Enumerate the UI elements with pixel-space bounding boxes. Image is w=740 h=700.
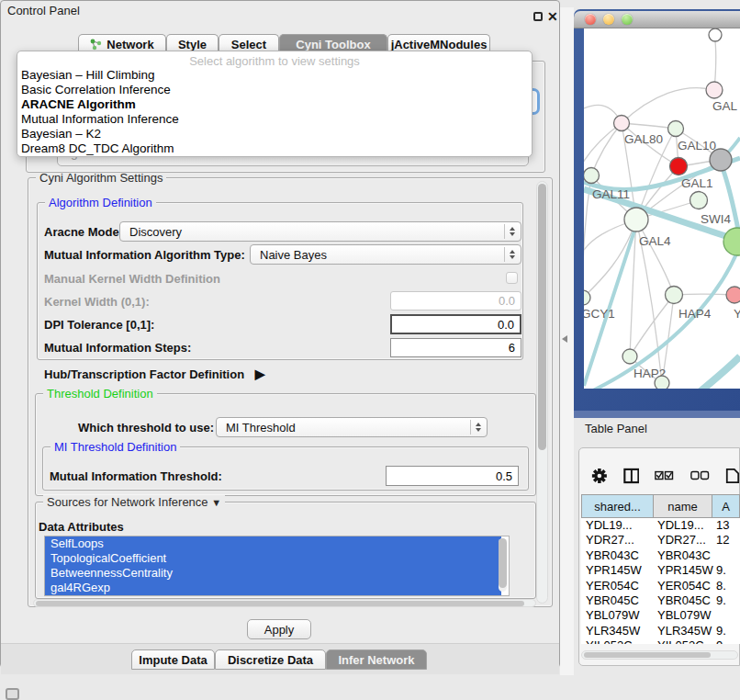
network-node[interactable] <box>584 290 590 305</box>
column-header-shared-name[interactable]: shared... <box>581 494 654 518</box>
gear-icon[interactable] <box>591 467 608 485</box>
table-cell[interactable]: YER054C <box>654 579 712 593</box>
dropdown-option-selected[interactable]: ARACNE Algorithm <box>17 97 532 112</box>
table-row[interactable]: YBL079WYBL079W <box>581 608 740 623</box>
table-cell[interactable]: 13 <box>712 518 740 533</box>
table-cell[interactable]: YLR345W <box>654 624 712 638</box>
network-edge[interactable] <box>694 356 740 389</box>
list-vertical-scrollbar[interactable] <box>499 538 507 592</box>
splitter-collapse-icon[interactable] <box>562 335 567 343</box>
table-cell[interactable]: 9. <box>712 563 740 578</box>
table-row[interactable]: YER054CYER054C8. <box>581 579 740 593</box>
table-cell[interactable] <box>712 548 740 563</box>
hub-definition-toggle[interactable]: Hub/Transcription Factor Definition ▶ <box>44 367 265 381</box>
table-cell[interactable]: YIL052C <box>654 638 712 644</box>
table-cell[interactable]: YPR145W <box>581 563 654 578</box>
checked-checkboxes-icon[interactable] <box>655 469 674 482</box>
table-cell[interactable]: YER054C <box>581 579 654 593</box>
table-row[interactable]: YPR145WYPR145W9. <box>581 563 740 578</box>
table-cell[interactable]: YDL19... <box>581 518 654 533</box>
tab-impute-data[interactable]: Impute Data <box>131 649 215 670</box>
dropdown-option[interactable]: Basic Correlation Inference <box>17 83 532 97</box>
table-row[interactable]: YDL19...YDL19...13 <box>581 518 740 533</box>
document-icon[interactable] <box>725 467 740 485</box>
network-edge[interactable] <box>636 220 674 295</box>
network-node[interactable] <box>622 349 637 364</box>
table-cell[interactable]: YBL079W <box>654 608 712 623</box>
table-cell[interactable]: YDR27... <box>581 533 654 548</box>
settings-vertical-scrollbar[interactable] <box>536 181 548 604</box>
table-cell[interactable]: YDR27... <box>654 533 712 548</box>
table-cell[interactable]: 9. <box>712 593 740 608</box>
table-cell[interactable]: YBR045C <box>654 593 712 608</box>
network-node[interactable] <box>710 149 732 171</box>
network-node[interactable] <box>690 192 708 209</box>
network-node[interactable] <box>670 158 688 175</box>
network-node[interactable] <box>723 228 740 255</box>
close-traffic-light-icon[interactable] <box>585 14 596 25</box>
table-row[interactable]: YBR045CYBR045C9. <box>581 593 740 608</box>
network-node[interactable] <box>624 208 648 231</box>
table-row[interactable]: YBR043CYBR043C <box>581 548 740 563</box>
close-icon[interactable]: ✕ <box>547 9 558 24</box>
dropdown-option[interactable]: Dream8 DC_TDC Algorithm <box>17 141 532 156</box>
list-item[interactable]: BetweennessCentrality <box>45 566 501 581</box>
minimize-traffic-light-icon[interactable] <box>603 14 614 25</box>
network-node[interactable] <box>614 116 630 131</box>
apply-button[interactable]: Apply <box>247 619 311 639</box>
network-edge[interactable] <box>622 88 714 123</box>
table-cell[interactable]: YDL19... <box>654 518 712 533</box>
table-cell[interactable]: YBR043C <box>654 548 712 563</box>
table-row[interactable]: YLR345WYLR345W9. <box>581 624 740 638</box>
network-edge[interactable] <box>584 123 622 298</box>
network-node[interactable] <box>668 121 684 137</box>
tab-infer-network[interactable]: Infer Network <box>326 649 427 670</box>
tab-discretize-data[interactable]: Discretize Data <box>215 649 326 670</box>
column-header-name[interactable]: name <box>654 494 712 518</box>
sources-group-title[interactable]: Sources for Network Inference ▼ <box>43 495 225 509</box>
network-node[interactable] <box>706 82 723 98</box>
settings-horizontal-scrollbar[interactable] <box>33 599 536 607</box>
manual-kernel-width-checkbox[interactable] <box>506 272 518 284</box>
column-header-clipped[interactable]: A <box>712 494 740 518</box>
table-cell[interactable]: 12 <box>712 533 740 548</box>
table-row[interactable]: YIL052CYIL052C9 <box>581 638 740 644</box>
table-cell[interactable]: YBR045C <box>581 593 654 608</box>
table-cell[interactable]: 9. <box>712 624 740 638</box>
dpi-tolerance-field[interactable]: 0.0 <box>390 314 521 334</box>
table-cell[interactable] <box>712 608 740 623</box>
dropdown-option[interactable]: Bayesian – K2 <box>17 127 532 141</box>
table-cell[interactable]: 9 <box>712 638 740 644</box>
network-view-canvas[interactable]: GALGAL80GAL10GAL1GAL11SWI4GAL4GCY1HAP4YH… <box>584 28 740 389</box>
minimized-panel-icon[interactable] <box>6 688 19 700</box>
dropdown-option[interactable]: Mutual Information Inference <box>17 112 532 127</box>
table-cell[interactable]: 8. <box>712 579 740 593</box>
table-row[interactable]: YDR27...YDR27...12 <box>581 533 740 548</box>
table-horizontal-scrollbar[interactable] <box>581 650 738 660</box>
table-cell[interactable]: YLR345W <box>581 624 654 638</box>
network-edge[interactable] <box>584 220 636 298</box>
network-node[interactable] <box>709 28 722 41</box>
network-window-titlebar[interactable] <box>574 11 740 28</box>
aracne-mode-combobox[interactable]: Discovery <box>119 221 521 242</box>
float-window-icon[interactable] <box>533 12 543 21</box>
list-item[interactable]: SelfLoops <box>45 536 501 551</box>
network-node[interactable] <box>666 287 683 304</box>
zoom-traffic-light-icon[interactable] <box>622 14 633 25</box>
columns-icon[interactable] <box>623 467 640 485</box>
unchecked-checkboxes-icon[interactable] <box>690 469 710 482</box>
table-cell[interactable]: YIL052C <box>581 638 654 644</box>
mi-algorithm-type-combobox[interactable]: Naive Bayes <box>250 244 521 265</box>
which-threshold-combobox[interactable]: MI Threshold <box>216 417 488 437</box>
network-node[interactable] <box>584 168 600 184</box>
mi-steps-field[interactable]: 6 <box>390 338 521 357</box>
list-item[interactable]: gal4RGexp <box>45 581 501 595</box>
table-cell[interactable]: YBR043C <box>581 548 654 563</box>
table-cell[interactable]: YBL079W <box>581 608 654 623</box>
network-node[interactable] <box>655 376 669 389</box>
dropdown-option[interactable]: Bayesian – Hill Climbing <box>17 68 532 83</box>
mi-threshold-field[interactable]: 0.5 <box>386 466 519 486</box>
kernel-width-field[interactable]: 0.0 <box>390 291 521 310</box>
network-edge[interactable] <box>591 123 622 175</box>
network-node[interactable] <box>726 287 740 303</box>
